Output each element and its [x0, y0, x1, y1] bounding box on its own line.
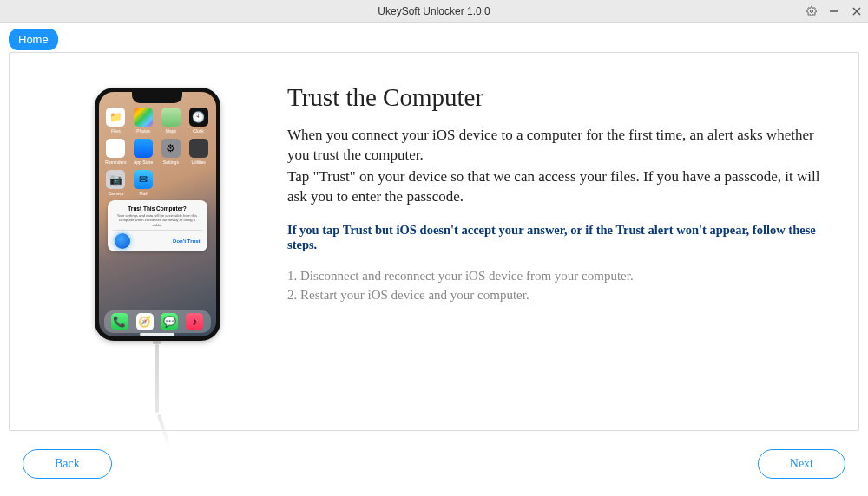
app-clock-icon: 🕙	[189, 108, 208, 127]
content-panel: 📁Files Photos Maps 🕙Clock Reminders App …	[9, 52, 859, 431]
phone-dock: 📞 🧭 💬 ♪	[104, 310, 211, 333]
instruction-para-1: When you connect your iOS device to a co…	[287, 126, 824, 166]
cable-wire	[155, 344, 159, 413]
close-icon[interactable]	[849, 3, 865, 19]
phone-mock: 📁Files Photos Maps 🕙Clock Reminders App …	[95, 88, 220, 341]
phone-illustration-column: 📁Files Photos Maps 🕙Clock Reminders App …	[53, 79, 261, 413]
instruction-para-2: Tap "Trust" on your device so that we ca…	[287, 167, 824, 207]
svg-point-0	[811, 10, 813, 13]
app-maps-icon	[161, 108, 181, 127]
instruction-column: Trust the Computer When you connect your…	[261, 79, 824, 413]
minimize-icon[interactable]	[826, 3, 842, 19]
dock-phone-icon: 📞	[111, 313, 128, 330]
dialog-title: Trust This Computer?	[128, 206, 187, 212]
window-controls	[804, 0, 865, 23]
dock-safari-icon: 🧭	[136, 313, 154, 330]
app-utilities-icon	[189, 139, 208, 158]
step-2: 2. Restart your iOS device and your comp…	[287, 285, 824, 305]
dialog-body: Your settings and data will be accessibl…	[113, 213, 202, 227]
app-mail-icon: ✉	[134, 170, 153, 189]
phone-home-grid: 📁Files Photos Maps 🕙Clock Reminders App …	[99, 104, 216, 199]
dock-music-icon: ♪	[186, 313, 203, 330]
dock-messages-icon: 💬	[161, 313, 178, 330]
titlebar: UkeySoft Unlocker 1.0.0	[0, 0, 868, 23]
back-button[interactable]: Back	[23, 449, 112, 479]
home-button[interactable]: Home	[9, 29, 58, 50]
window-title: UkeySoft Unlocker 1.0.0	[378, 5, 490, 17]
app-appstore-icon	[134, 139, 153, 158]
phone-trust-dialog: Trust This Computer? Your settings and d…	[108, 200, 207, 251]
page-heading: Trust the Computer	[287, 83, 824, 112]
app-files-icon: 📁	[106, 108, 125, 127]
next-button[interactable]: Next	[758, 449, 845, 479]
app-camera-icon: 📷	[106, 170, 125, 189]
app-settings-icon: ⚙	[161, 139, 181, 158]
app-reminders-icon	[106, 139, 125, 158]
dialog-trust-fingerprint-icon	[115, 233, 130, 249]
step-1: 1. Disconnect and reconnect your iOS dev…	[287, 266, 824, 286]
settings-icon[interactable]	[804, 3, 819, 19]
app-photos-icon	[134, 108, 153, 127]
dialog-dont-trust: Don't Trust	[173, 238, 200, 244]
footer-bar: Back Next	[9, 442, 859, 486]
troubleshoot-note: If you tap Trust but iOS doesn't accept …	[287, 223, 824, 252]
